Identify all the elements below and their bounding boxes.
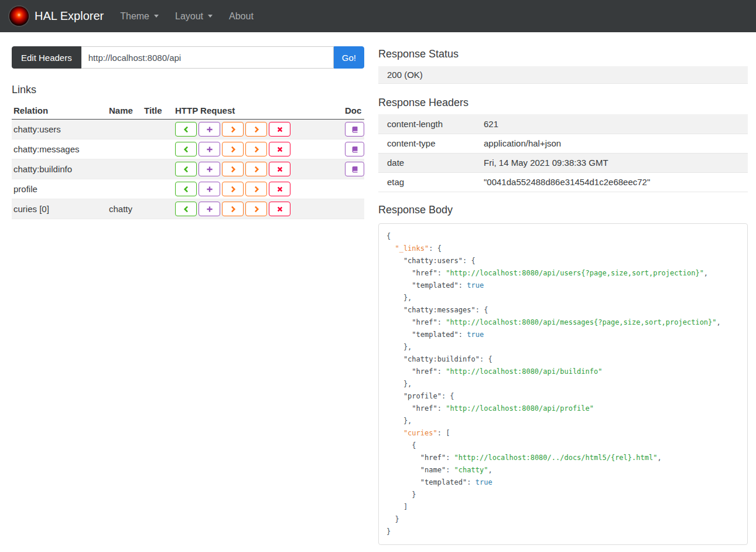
doc-button[interactable]	[345, 122, 364, 137]
patch-request-button[interactable]	[245, 202, 267, 216]
plus-icon	[206, 126, 213, 133]
header-value: Fri, 14 May 2021 09:38:33 GMT	[475, 153, 748, 172]
doc-cell	[343, 120, 364, 139]
header-name: date	[378, 153, 475, 172]
book-icon	[351, 146, 358, 153]
post-request-button[interactable]	[199, 182, 220, 196]
column-header-http-request: HTTP Request	[173, 102, 343, 120]
chevron-right-icon	[253, 206, 260, 213]
code-line: "chatty:buildinfo": {	[386, 353, 740, 366]
chevron-right-icon	[253, 166, 260, 173]
delete-request-button[interactable]	[269, 182, 290, 196]
nav-item-layout[interactable]: Layout	[167, 0, 221, 32]
x-icon	[276, 186, 283, 193]
nav-item-about[interactable]: About	[221, 0, 262, 32]
chevron-left-icon	[183, 166, 190, 173]
put-request-button[interactable]	[222, 142, 244, 156]
chevron-left-icon	[183, 206, 190, 213]
navbar: HAL Explorer ThemeLayoutAbout	[0, 0, 756, 32]
nav-item-label: Layout	[175, 11, 203, 22]
put-request-button[interactable]	[222, 122, 244, 137]
delete-request-button[interactable]	[269, 202, 290, 216]
post-request-button[interactable]	[199, 142, 220, 156]
column-header-relation: Relation	[12, 102, 107, 120]
x-icon	[276, 126, 283, 133]
response-body-title: Response Body	[378, 204, 748, 216]
post-request-button[interactable]	[199, 202, 220, 216]
code-line: }	[386, 513, 740, 526]
links-table: Relation Name Title HTTP Request Doc cha…	[12, 102, 364, 219]
response-status-value: 200 (OK)	[378, 66, 748, 84]
patch-request-button[interactable]	[245, 162, 267, 176]
delete-request-button[interactable]	[269, 122, 290, 137]
code-line: "href": "http://localhost:8080/api/messa…	[386, 316, 740, 329]
patch-request-button[interactable]	[245, 122, 267, 137]
link-title	[142, 179, 173, 199]
code-line: },	[386, 292, 740, 304]
links-table-header-row: Relation Name Title HTTP Request Doc	[12, 102, 364, 120]
chevron-right-icon	[230, 186, 237, 193]
doc-button[interactable]	[345, 162, 364, 176]
header-value: application/hal+json	[475, 134, 748, 153]
nav-item-theme[interactable]: Theme	[112, 0, 167, 32]
response-header-row: content-typeapplication/hal+json	[378, 134, 748, 153]
post-request-button[interactable]	[199, 122, 220, 137]
http-request-buttons	[173, 120, 343, 139]
get-request-button[interactable]	[175, 122, 197, 137]
chevron-down-icon	[208, 15, 213, 18]
link-title	[142, 159, 173, 179]
put-request-button[interactable]	[222, 162, 244, 176]
code-line: },	[386, 415, 740, 427]
code-line: "templated": true	[386, 329, 740, 341]
get-request-button[interactable]	[175, 142, 197, 156]
code-line: "_links": {	[386, 243, 740, 255]
response-status-title: Response Status	[378, 48, 748, 60]
doc-cell	[343, 139, 364, 159]
plus-icon	[206, 146, 213, 153]
code-line: }	[386, 526, 740, 538]
nav-item-label: About	[229, 11, 254, 22]
doc-cell	[343, 179, 364, 199]
code-line: "chatty:messages": {	[386, 304, 740, 316]
get-request-button[interactable]	[175, 182, 197, 196]
link-row: chatty:users	[12, 120, 364, 139]
left-pane: Edit Headers Go! Links Relation Name Tit…	[12, 46, 364, 219]
put-request-button[interactable]	[222, 202, 244, 216]
x-icon	[276, 146, 283, 153]
http-request-buttons	[173, 179, 343, 199]
link-title	[142, 199, 173, 219]
put-request-button[interactable]	[222, 182, 244, 196]
go-button[interactable]: Go!	[334, 46, 364, 69]
response-headers-table: content-length621content-typeapplication…	[378, 114, 748, 192]
delete-request-button[interactable]	[269, 142, 290, 156]
edit-headers-button[interactable]: Edit Headers	[12, 46, 81, 69]
link-name	[107, 179, 142, 199]
code-line: {	[386, 230, 740, 243]
chevron-right-icon	[253, 146, 260, 153]
link-row: chatty:messages	[12, 139, 364, 159]
get-request-button[interactable]	[175, 202, 197, 216]
patch-request-button[interactable]	[245, 142, 267, 156]
delete-request-button[interactable]	[269, 162, 290, 176]
plus-icon	[206, 206, 213, 213]
column-header-doc: Doc	[343, 102, 364, 120]
doc-button[interactable]	[345, 142, 364, 156]
patch-request-button[interactable]	[245, 182, 267, 196]
request-bar: Edit Headers Go!	[12, 46, 364, 69]
code-line: },	[386, 341, 740, 353]
link-row: profile	[12, 179, 364, 199]
brand[interactable]: HAL Explorer	[9, 6, 104, 26]
nav-menu: ThemeLayoutAbout	[112, 0, 262, 32]
book-icon	[351, 126, 358, 133]
header-name: etag	[378, 172, 475, 192]
code-line: "profile": {	[386, 390, 740, 403]
header-value: "0041da552488d86e31454d1c2e68eec72"	[475, 172, 748, 192]
x-icon	[276, 166, 283, 173]
response-header-row: dateFri, 14 May 2021 09:38:33 GMT	[378, 153, 748, 172]
get-request-button[interactable]	[175, 162, 197, 176]
code-line: "chatty:users": {	[386, 255, 740, 267]
url-input[interactable]	[81, 46, 334, 69]
code-line: {	[386, 439, 740, 452]
link-name	[107, 139, 142, 159]
post-request-button[interactable]	[199, 162, 220, 176]
